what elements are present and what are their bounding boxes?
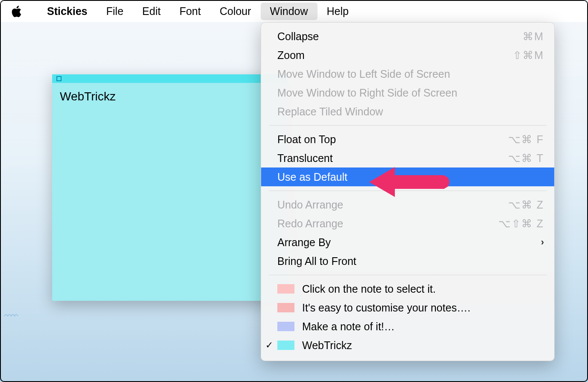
decorative-scribble (3, 309, 21, 318)
menu-shortcut: ⌥⌘ T (508, 152, 544, 165)
menu-note-item[interactable]: Make a note of it!… (261, 317, 554, 336)
menu-item-label: Move Window to Right Side of Screen (277, 87, 457, 99)
menu-move-right: Move Window to Right Side of Screen (261, 83, 554, 102)
menu-move-left: Move Window to Left Side of Screen (261, 65, 554, 83)
window-menu-dropdown: Collapse ⌘M Zoom ⇧⌘M Move Window to Left… (261, 22, 555, 361)
menu-arrange-by[interactable]: Arrange By › (261, 233, 554, 252)
menu-note-item-checked[interactable]: ✓ WebTrickz (261, 336, 554, 355)
menu-window[interactable]: Window (261, 3, 318, 20)
menubar: Stickies File Edit Font Colour Window He… (1, 1, 587, 22)
note-color-swatch (277, 341, 294, 350)
menu-shortcut: ⌥⌘ Z (508, 199, 544, 211)
menu-help[interactable]: Help (318, 3, 358, 20)
menu-item-label: Float on Top (277, 133, 336, 146)
note-color-swatch (277, 322, 294, 331)
menu-bring-all-to-front[interactable]: Bring All to Front (261, 252, 554, 270)
sticky-close-icon[interactable] (56, 76, 62, 81)
menu-zoom[interactable]: Zoom ⇧⌘M (261, 46, 554, 65)
menu-replace-tiled: Replace Tiled Window (261, 102, 554, 121)
menu-file[interactable]: File (97, 3, 133, 20)
menu-shortcut: ⌥⇧⌘ Z (498, 217, 544, 230)
menu-item-label: Translucent (277, 152, 333, 165)
menu-item-label: Bring All to Front (277, 255, 356, 267)
menu-note-item[interactable]: Click on the note to select it. (261, 279, 554, 298)
menu-edit[interactable]: Edit (133, 3, 170, 20)
note-color-swatch (277, 303, 294, 312)
menu-shortcut: ⌥⌘ F (508, 133, 544, 146)
menu-item-label: Collapse (277, 30, 319, 43)
menu-item-label: Use as Default (277, 171, 347, 183)
menu-item-label: Zoom (277, 49, 305, 62)
menu-app-name[interactable]: Stickies (38, 3, 97, 20)
menu-collapse[interactable]: Collapse ⌘M (261, 27, 554, 46)
note-title: Click on the note to select it. (302, 283, 436, 295)
menu-colour[interactable]: Colour (210, 3, 261, 20)
apple-icon (11, 5, 22, 18)
menu-item-label: Replace Tiled Window (277, 106, 383, 118)
menu-note-item[interactable]: It's easy to customise your notes…. (261, 298, 554, 317)
sticky-note-window[interactable]: WebTrickz (52, 74, 287, 301)
menu-shortcut: ⇧⌘M (513, 49, 544, 62)
menu-item-label: Redo Arrange (277, 217, 343, 230)
menu-separator (269, 191, 547, 191)
menu-item-label: Arrange By (277, 236, 331, 249)
sticky-content[interactable]: WebTrickz (52, 83, 287, 110)
note-color-swatch (277, 284, 294, 294)
menu-item-label: Move Window to Left Side of Screen (277, 68, 450, 80)
note-title: WebTrickz (302, 339, 352, 352)
note-title: Make a note of it!… (302, 320, 395, 333)
menu-font[interactable]: Font (170, 3, 210, 20)
menu-shortcut: ⌘M (523, 30, 544, 43)
check-icon: ✓ (265, 340, 273, 351)
menu-undo-arrange: Undo Arrange ⌥⌘ Z (261, 195, 554, 214)
apple-logo-icon[interactable] (10, 5, 22, 18)
menu-redo-arrange: Redo Arrange ⌥⇧⌘ Z (261, 214, 554, 233)
menu-translucent[interactable]: Translucent ⌥⌘ T (261, 149, 554, 167)
menu-item-label: Undo Arrange (277, 199, 343, 211)
menu-use-as-default[interactable]: Use as Default (261, 167, 554, 186)
menu-separator (269, 275, 547, 275)
sticky-titlebar[interactable] (52, 74, 287, 83)
chevron-right-icon: › (541, 237, 544, 248)
note-title: It's easy to customise your notes…. (302, 302, 470, 314)
menu-float-on-top[interactable]: Float on Top ⌥⌘ F (261, 130, 554, 149)
menu-separator (269, 125, 547, 126)
